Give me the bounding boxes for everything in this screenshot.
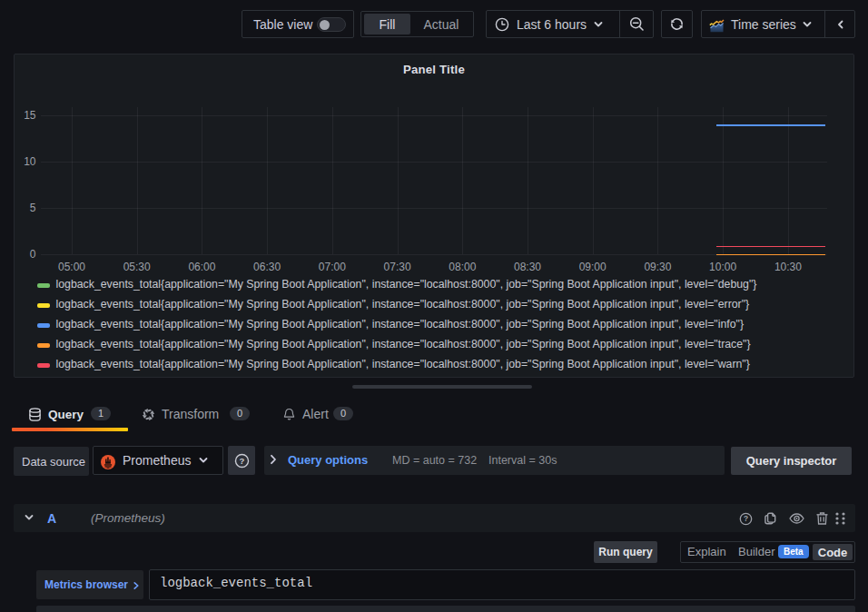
svg-text:?: ? <box>744 514 748 523</box>
svg-text:?: ? <box>239 455 244 465</box>
